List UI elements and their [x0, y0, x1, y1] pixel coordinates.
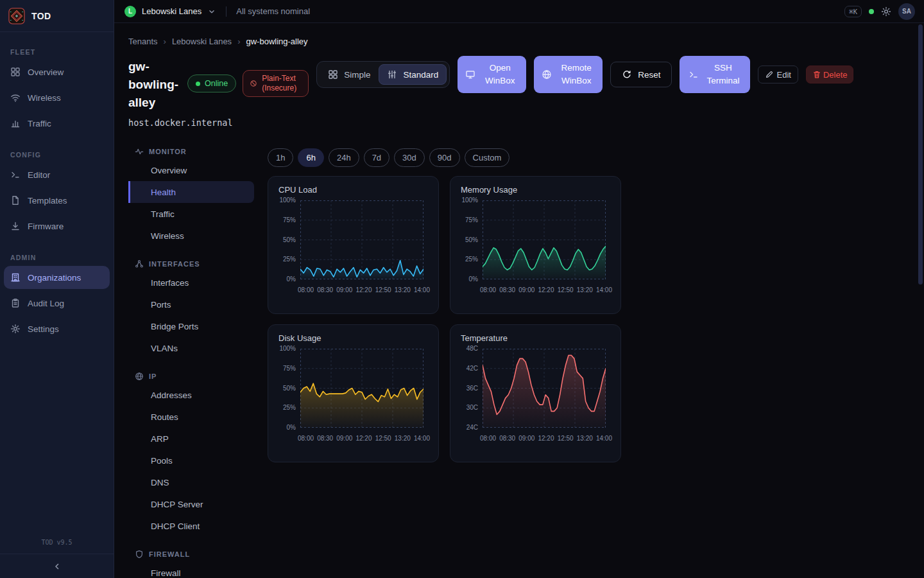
online-badge-label: Online — [205, 79, 228, 88]
sidebar-item-label: Settings — [28, 324, 59, 334]
device-nav-section-label: FIREWALL — [149, 550, 190, 558]
chart-card-memory-usage: Memory Usage 100%75%50%25%0% 08:0008:300… — [450, 176, 621, 314]
y-axis-labels: 48C42C36C30C24C — [461, 346, 483, 431]
chart-temperature: 48C42C36C30C24C — [461, 349, 610, 431]
device-title: gw-bowling-alley — [128, 58, 181, 112]
device-nav-item-interfaces[interactable]: Interfaces — [128, 272, 254, 293]
time-range-custom[interactable]: Custom — [465, 148, 510, 167]
time-range-7d[interactable]: 7d — [364, 148, 389, 167]
sidebar-item-editor[interactable]: Editor — [4, 163, 110, 186]
device-nav-item-health[interactable]: Health — [128, 181, 254, 203]
device-nav-item-arp[interactable]: ARP — [128, 428, 254, 450]
user-avatar[interactable]: SA — [898, 3, 915, 20]
terminal-icon — [10, 170, 21, 180]
time-range-1h[interactable]: 1h — [268, 148, 293, 167]
remote-winbox-label: Remote WinBox — [558, 62, 595, 87]
sidebar-item-organizations[interactable]: Organizations — [4, 266, 110, 289]
time-range-30d[interactable]: 30d — [394, 148, 425, 167]
time-range-selector: 1h6h24h7d30d90dCustom — [268, 148, 911, 167]
view-mode-toggle: Simple Standard — [316, 61, 450, 88]
sidebar-item-settings[interactable]: Settings — [4, 317, 110, 340]
tenant-selector[interactable]: L Lebowski Lanes — [124, 6, 216, 17]
monitor-icon — [465, 69, 475, 80]
sidebar-item-firmware[interactable]: Firmware — [4, 215, 110, 238]
download-icon — [10, 221, 21, 231]
content: Tenants › Lebowski Lanes › gw-bowling-al… — [114, 23, 924, 578]
scrollbar-thumb[interactable] — [918, 24, 923, 285]
device-nav-item-dhcp-server[interactable]: DHCP Server — [128, 493, 254, 515]
y-axis-labels: 100%75%50%25%0% — [461, 197, 483, 283]
reset-button[interactable]: Reset — [610, 62, 672, 87]
chevron-right-icon: › — [237, 37, 240, 46]
chart-card-disk-usage: Disk Usage 100%75%50%25%0% 08:0008:3009:… — [268, 324, 439, 462]
breadcrumb-device: gw-bowling-alley — [246, 37, 307, 46]
chart-card-cpu-load: CPU Load 100%75%50%25%0% 08:0008:3009:00… — [268, 176, 439, 314]
reset-label: Reset — [638, 70, 660, 80]
building-icon — [10, 272, 21, 283]
device-nav-item-dhcp-client[interactable]: DHCP Client — [128, 515, 254, 537]
chevron-left-icon — [52, 561, 62, 572]
open-winbox-button[interactable]: Open WinBox — [458, 56, 526, 93]
app-logo-icon — [8, 8, 25, 24]
system-status-text: All systems nominal — [236, 6, 310, 16]
device-nav-section-ip: IP — [128, 372, 254, 381]
view-mode-standard[interactable]: Standard — [379, 64, 447, 85]
device-body: MONITOROverviewHealthTrafficWirelessINTE… — [128, 134, 911, 578]
device-nav-item-bridge-ports[interactable]: Bridge Ports — [128, 315, 254, 337]
theme-toggle-sun-icon[interactable] — [881, 6, 891, 17]
chart-disk-usage: 100%75%50%25%0% — [278, 349, 428, 431]
topbar: L Lebowski Lanes All systems nominal ⌘K … — [114, 0, 924, 23]
sidebar-item-label: Templates — [28, 196, 67, 206]
terminal-icon — [689, 69, 699, 80]
chart-memory-usage: 100%75%50%25%0% — [461, 200, 610, 283]
device-nav-item-vlans[interactable]: VLANs — [128, 337, 254, 359]
time-range-6h[interactable]: 6h — [298, 148, 323, 167]
device-nav-item-ports[interactable]: Ports — [128, 293, 254, 315]
device-badges: Online Plain-Text (Insecure) — [187, 70, 309, 97]
online-status-badge: Online — [187, 74, 236, 92]
device-nav-item-dns[interactable]: DNS — [128, 471, 254, 493]
sidebar-item-label: Traffic — [28, 119, 51, 128]
open-winbox-label: Open WinBox — [481, 62, 518, 87]
standard-label: Standard — [403, 70, 438, 80]
command-palette-shortcut[interactable]: ⌘K — [844, 6, 862, 17]
view-mode-simple[interactable]: Simple — [320, 64, 379, 85]
sidebar-collapse-button[interactable] — [0, 554, 114, 578]
chart-plot-disk-usage — [300, 349, 424, 428]
trash-icon — [812, 70, 821, 79]
insecure-badge: Plain-Text (Insecure) — [243, 70, 309, 97]
chart-plot-temperature — [483, 349, 606, 428]
device-nav: MONITOROverviewHealthTrafficWirelessINTE… — [128, 134, 254, 578]
pencil-icon — [765, 70, 774, 79]
app-version: TOD v9.5 — [0, 532, 114, 554]
device-nav-item-routes[interactable]: Routes — [128, 406, 254, 428]
device-nav-item-addresses[interactable]: Addresses — [128, 384, 254, 406]
y-axis-labels: 100%75%50%25%0% — [278, 346, 300, 431]
delete-button[interactable]: Delete — [806, 66, 854, 83]
device-nav-item-firewall[interactable]: Firewall — [128, 562, 254, 578]
online-dot-icon — [196, 82, 200, 86]
app-logo-home[interactable]: TOD — [0, 0, 114, 32]
device-nav-item-pools[interactable]: Pools — [128, 450, 254, 471]
sidebar-item-traffic[interactable]: Traffic — [4, 112, 110, 135]
sidebar-item-label: Wireless — [28, 93, 61, 103]
sidebar-item-templates[interactable]: Templates — [4, 189, 110, 212]
sidebar-item-audit-log[interactable]: Audit Log — [4, 292, 110, 315]
device-nav-section-interfaces: INTERFACES — [128, 259, 254, 268]
ssh-terminal-button[interactable]: SSH Terminal — [680, 56, 750, 93]
x-axis-labels: 08:0008:3009:0012:2012:5013:2014:00 — [298, 286, 430, 293]
charts-grid: CPU Load 100%75%50%25%0% 08:0008:3009:00… — [268, 176, 911, 462]
remote-winbox-button[interactable]: Remote WinBox — [534, 56, 603, 93]
device-host: host.docker.internal — [128, 118, 911, 128]
file-icon — [10, 195, 21, 206]
device-nav-item-overview[interactable]: Overview — [128, 159, 254, 181]
sidebar-item-overview[interactable]: Overview — [4, 60, 110, 83]
breadcrumb-tenant[interactable]: Lebowski Lanes — [172, 37, 232, 46]
edit-button[interactable]: Edit — [758, 66, 798, 83]
breadcrumb-tenants[interactable]: Tenants — [128, 37, 158, 46]
time-range-24h[interactable]: 24h — [329, 148, 359, 167]
time-range-90d[interactable]: 90d — [429, 148, 460, 167]
device-nav-item-traffic[interactable]: Traffic — [128, 203, 254, 225]
sidebar-item-wireless[interactable]: Wireless — [4, 86, 110, 109]
device-nav-item-wireless[interactable]: Wireless — [128, 225, 254, 247]
